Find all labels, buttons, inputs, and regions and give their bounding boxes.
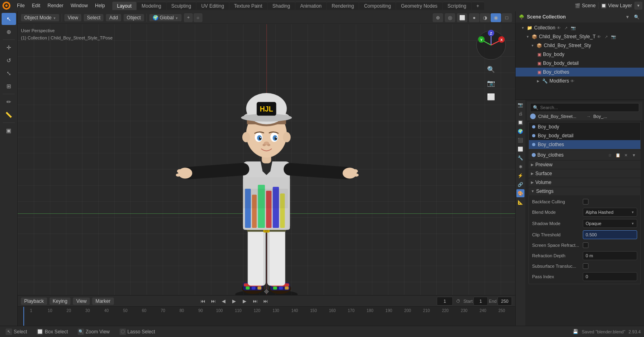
wireframe-shading[interactable]: □: [502, 13, 512, 22]
box-select-bottom[interactable]: ⬜ Box Select: [34, 328, 70, 336]
select-menu[interactable]: Select: [84, 14, 103, 21]
backface-culling-checkbox[interactable]: [583, 199, 588, 205]
modifiers-vis[interactable]: 👁: [569, 78, 576, 84]
next-keyframe-btn[interactable]: ⏭: [251, 297, 260, 306]
outliner-modifiers[interactable]: ▶ 🔧 Modifiers 👁: [516, 76, 644, 85]
preview-section-header[interactable]: ▶ Preview: [528, 161, 641, 169]
snap-toggle[interactable]: ⌖: [184, 13, 193, 22]
material-search-box[interactable]: 🔍: [530, 103, 639, 112]
play-btn[interactable]: ▶: [230, 297, 239, 306]
select-tool[interactable]: ↖: [2, 13, 16, 25]
scene-name[interactable]: Scene: [582, 3, 596, 8]
props-output-icon[interactable]: 🖨: [516, 110, 524, 118]
rotate-tool[interactable]: ↺: [2, 54, 16, 66]
jump-to-start-btn[interactable]: ⏮: [198, 297, 207, 306]
mat-boy-body-detail[interactable]: Boy_body_detail: [529, 131, 640, 140]
menu-window[interactable]: Window: [67, 2, 91, 9]
outliner-filter[interactable]: ▼: [623, 13, 632, 21]
refraction-depth-field[interactable]: 0 m: [583, 251, 637, 260]
annotate-tool[interactable]: ✏: [2, 96, 16, 108]
end-frame-input[interactable]: 250: [497, 297, 512, 306]
transform-tool[interactable]: ⊞: [2, 80, 16, 92]
tab-rendering[interactable]: Rendering: [327, 2, 359, 10]
mat-boy-body[interactable]: Boy_body: [529, 122, 640, 131]
shadow-mode-select[interactable]: Opaque ▼: [583, 219, 637, 228]
zoom-view-bottom[interactable]: 🔍 Zoom View: [75, 328, 112, 336]
current-frame-input[interactable]: 1: [437, 297, 453, 306]
outliner-child-boy[interactable]: ▼ 📦 Child_Boy_Street_Style_T 👁 ↗ 📷: [516, 32, 644, 41]
zoom-in-btn[interactable]: 🔍: [485, 64, 497, 75]
view-layer-name[interactable]: View Layer: [608, 3, 632, 8]
child-boy-vis-eye[interactable]: 👁: [596, 33, 602, 40]
rendered-shading[interactable]: ◉: [491, 13, 501, 22]
screen-space-refract-checkbox[interactable]: [583, 242, 588, 248]
child-boy-vis-select[interactable]: ↗: [603, 33, 609, 40]
outliner-body[interactable]: ▼ 📁 Collection 👁 ↗ 📷 ▼ 📦 Chil: [516, 23, 644, 99]
material-search-input[interactable]: [540, 105, 636, 110]
engine-dropdown[interactable]: ▼: [634, 2, 642, 10]
props-view-layer-icon[interactable]: 🔲: [516, 118, 524, 126]
blender-logo[interactable]: [2, 1, 11, 10]
transform-dropdown[interactable]: 🌍 Global ▼: [149, 14, 182, 21]
collection-vis-render[interactable]: 📷: [570, 25, 576, 31]
tab-layout[interactable]: Layout: [112, 2, 136, 10]
playback-menu[interactable]: Playback: [21, 298, 47, 305]
outliner-boy-body[interactable]: ▣ Boy_body: [516, 50, 644, 59]
mat-close-icon[interactable]: ✕: [622, 151, 630, 159]
jump-to-end-btn[interactable]: ⏭: [261, 297, 270, 306]
props-constraints-icon[interactable]: 🔗: [516, 180, 524, 188]
volume-section-header[interactable]: ▶ Volume: [528, 178, 641, 186]
props-scene-icon[interactable]: 🌍: [516, 127, 524, 135]
outliner-search[interactable]: 🔍: [633, 13, 641, 21]
child-boy-vis-render[interactable]: 📷: [610, 33, 617, 40]
xray-toggle[interactable]: ⬜: [457, 13, 467, 22]
settings-section-header[interactable]: ▼ Settings: [528, 187, 641, 195]
move-tool[interactable]: ✛: [2, 41, 16, 54]
props-modifier-icon[interactable]: 🔧: [516, 154, 524, 162]
mat-fake-user-icon[interactable]: ☆: [606, 151, 613, 159]
pass-index-field[interactable]: 0: [583, 272, 637, 281]
measure-tool[interactable]: 📏: [2, 109, 16, 121]
tab-sculpting[interactable]: Sculpting: [167, 2, 196, 10]
solid-shading[interactable]: ●: [469, 13, 479, 22]
surface-section-header[interactable]: ▶ Surface: [528, 170, 641, 178]
prev-keyframe-btn[interactable]: ⏭: [209, 297, 218, 306]
show-overlays[interactable]: ◎: [445, 13, 455, 22]
subsurface-transluc-checkbox[interactable]: [583, 263, 588, 269]
material-preview[interactable]: ◑: [480, 13, 490, 22]
fps-indicator[interactable]: ⏱: [454, 297, 462, 306]
props-particles-icon[interactable]: ✱: [516, 163, 524, 171]
marker-menu[interactable]: Marker: [92, 298, 114, 305]
props-object-icon[interactable]: ⬜: [516, 145, 524, 153]
add-menu[interactable]: Add: [106, 14, 121, 21]
props-material-icon[interactable]: 🎨: [516, 189, 524, 197]
clip-threshold-field[interactable]: 0.500: [583, 230, 637, 239]
keying-menu[interactable]: Keying: [50, 298, 71, 305]
proportional-edit[interactable]: ○: [194, 13, 202, 22]
tab-geometry-nodes[interactable]: Geometry Nodes: [396, 2, 442, 10]
start-frame-input[interactable]: 1: [473, 297, 488, 306]
tab-texture-paint[interactable]: Texture Paint: [229, 2, 267, 10]
tab-uv-editing[interactable]: UV Editing: [196, 2, 229, 10]
menu-file[interactable]: File: [14, 2, 28, 9]
tab-compositing[interactable]: Compositing: [359, 2, 396, 10]
add-cube-tool[interactable]: ▣: [2, 124, 16, 136]
menu-render[interactable]: Render: [44, 2, 66, 9]
tab-modeling[interactable]: Modeling: [137, 2, 166, 10]
cursor-tool[interactable]: ⊕: [2, 26, 16, 38]
lasso-select-bottom[interactable]: 〇 Lasso Select: [117, 328, 158, 336]
blend-mode-select[interactable]: Alpha Hashed ▼: [583, 208, 637, 217]
object-menu[interactable]: Object: [124, 14, 144, 21]
mat-filter-icon[interactable]: ▼: [630, 151, 638, 159]
axis-gizmo[interactable]: Z X Y: [475, 29, 507, 61]
tab-shading[interactable]: Shading: [268, 2, 295, 10]
tab-animation[interactable]: Animation: [295, 2, 326, 10]
outliner-boy-clothes[interactable]: ▣ Boy_clothes: [516, 68, 644, 76]
mat-copy-icon[interactable]: 📋: [614, 151, 621, 159]
outliner-collection[interactable]: ▼ 📁 Collection 👁 ↗ 📷: [516, 23, 644, 32]
viewport-3d[interactable]: User Perspective (1) Collection | Child_…: [18, 24, 515, 295]
camera-view-btn[interactable]: 📷: [485, 77, 497, 89]
timeline-body[interactable]: 1 10 20 30 40 50 60 70 80 90 100 110 120…: [18, 307, 515, 326]
step-forward-btn[interactable]: ▶: [240, 297, 249, 306]
props-render-icon[interactable]: 📷: [516, 101, 524, 109]
